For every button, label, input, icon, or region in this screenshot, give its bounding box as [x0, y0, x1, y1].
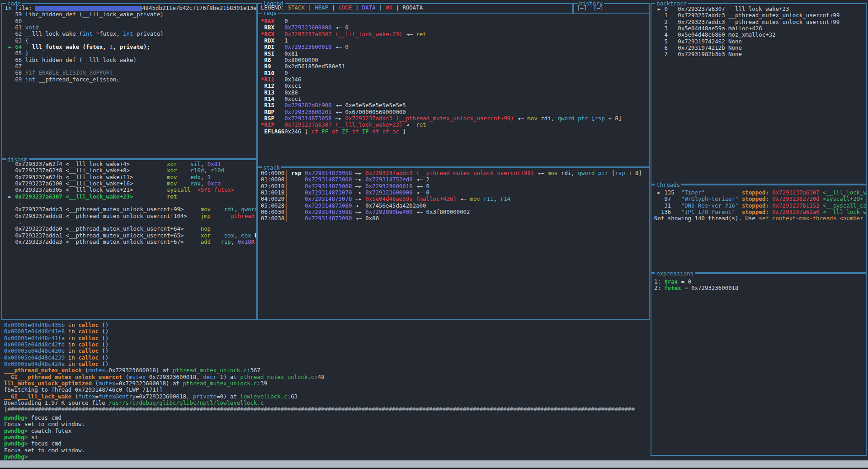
terminal-line: 62 __lll_lock_wake (int *futex, int priv… [5, 31, 256, 37]
terminal-line: pwndbg> cwatch futex [4, 428, 649, 434]
disassembly-panel: disasm 0x7293237a62f4 <__lll_lock_wake+4… [1, 159, 257, 320]
terminal-line: 136 "IPC I/O Parent" stopped: 0x7293237a… [654, 209, 866, 215]
terminal-line: ↓ [5, 219, 256, 226]
terminal-line: RDX 1 [261, 38, 649, 44]
terminal-line: 65 } [5, 50, 256, 57]
terminal-line: 63 { [5, 38, 256, 44]
backtrace-panel-body: ► 0 0x7293237a6307 __lll_lock_wake+23 1 … [651, 4, 866, 184]
history-panel: history [←][→] [573, 3, 650, 14]
terminal-line: __GI___lll_lock_wake (futex=futex@entry=… [4, 393, 649, 400]
command-prompt-area[interactable]: pwndbg> focus cmdFocus set to cmd window… [4, 415, 649, 460]
terminal-line: *RCX 0x7293237a6307 (__lll_lock_wake+23)… [261, 31, 649, 38]
terminal-line: 6 0x72931974212b None [654, 45, 866, 51]
terminal-line: __GI___pthread_mutex_unlock_usercnt (mut… [4, 374, 649, 380]
backtrace-panel: backtrace ► 0 0x7293237a6307 __lll_lock_… [651, 3, 867, 185]
terminal-line: 0x7293237a62f4 <__lll_lock_wake+4> xor s… [5, 161, 256, 167]
terminal-line: 0x7293237adda1 <__pthread_mutex_unlock_u… [5, 232, 256, 239]
terminal-line: RDI 0x729323600018 ◂— 0 [261, 44, 649, 50]
history-forward-button[interactable]: [→] [593, 5, 603, 11]
terminal-line: R9 0x2d561850ed580e51 [261, 63, 649, 70]
terminal-line: pwndbg> focus cmd [4, 415, 649, 421]
code-panel: code In file: 4845db211e7b42c7176f9be21b… [1, 3, 257, 159]
pwndbg-terminal: code In file: 4845db211e7b42c7176f9be21b… [0, 0, 868, 469]
legend-panel-body: LEGEND: STACK | HEAP | CODE | DATA | WX … [258, 4, 572, 13]
terminal-line: Focus set to cmd window. [4, 421, 649, 427]
terminal-line: 2: futex = 0x729323600018 [654, 285, 866, 291]
terminal-line: 04:0020│ 0x729314873078 —▸ 0x5e04d48ae59… [261, 196, 649, 202]
disassembly-panel-body: 0x7293237a62f4 <__lll_lock_wake+4> xor s… [2, 160, 256, 319]
terminal-line: 0x7293237a62f8 <__lll_lock_wake+8> xor r… [5, 167, 256, 174]
terminal-line: *R11 0x346 [261, 76, 649, 83]
terminal-line: 00:0000│ rsp 0x729314873058 —▸ 0x7293237… [261, 170, 649, 176]
terminal-line: R15 0x729282d8f900 ◂— 0xe5e5e5e5e5e5e5e5 [261, 102, 649, 109]
terminal-line: 0x00005e04d48c435b in calloc () [4, 322, 649, 328]
terminal-line: 0x7293237a62fb <__lll_lock_wake+11> mov … [5, 174, 256, 180]
terminal-line: *RAX 0 [261, 18, 649, 24]
terminal-line: R13 0x80 [261, 90, 649, 96]
history-back-button[interactable]: [←] [577, 5, 587, 11]
terminal-line: ► 64 lll_futex_wake (futex, 1, private); [5, 44, 256, 50]
terminal-line: RSP 0x729314873058 —▸ 0x7293237addc3 (__… [261, 115, 649, 122]
terminal-line: 60 [5, 18, 256, 24]
terminal-line: [#######################################… [4, 406, 649, 412]
terminal-line: R10 0 [261, 70, 649, 76]
terminal-line: ► 0 0x7293237a6307 __lll_lock_wake+23 [654, 6, 866, 12]
terminal-line: pwndbg> si [4, 434, 649, 441]
terminal-line: 1 0x7293237addc3 __pthread_mutex_unlock_… [654, 12, 866, 19]
terminal-line: pwndbg> focus cmd [4, 441, 649, 447]
terminal-line: 0x00005e04d48c4239 in calloc () [4, 355, 649, 361]
terminal-line: 0x00005e04d48c424a in calloc () [4, 361, 649, 367]
terminal-line: EFLAGS0x246 [ cf PF af ZF sf IF df of ac… [261, 128, 649, 135]
terminal-line: ___pthread_mutex_unlock (mutex=0x7293236… [4, 367, 649, 374]
stack-panel: stack 00:0000│ rsp 0x729314873058 —▸ 0x7… [257, 167, 650, 320]
terminal-line: RBP 0x729323600201 ◂— 0x6700000569000000 [261, 109, 649, 115]
terminal-line: 4 0x5e04d48c6860 moz_xmalloc+32 [654, 32, 866, 38]
terminal-line: Focus set to cmd window. [4, 447, 649, 454]
code-panel-body: In file: 4845db211e7b42c7176f9be21b8301e… [2, 4, 256, 158]
terminal-line: 66 libc_hidden_def (__lll_lock_wake) [5, 57, 256, 63]
terminal-line: 06:0030│ 0x729314873088 —▸ 0x7292990be40… [261, 209, 649, 215]
terminal-line: 07:0038│ 0x729314873090 ◂— 0x80 [261, 215, 649, 222]
terminal-line: lll_mutex_unlock_optimized (mutex=0x7293… [4, 380, 649, 387]
terminal-line: 0x00005e04d48c41fa in calloc () [4, 335, 649, 341]
terminal-line: 0x7293237adda0 <__pthread_mutex_unlock_u… [5, 226, 256, 232]
terminal-line: R14 0xcc1 [261, 96, 649, 102]
legend-panel: legend LEGEND: STACK | HEAP | CODE | DAT… [257, 3, 573, 14]
terminal-line: *RIP 0x7293237a6307 (__lll_lock_wake+23)… [261, 122, 649, 128]
terminal-line: R12 0xcc1 [261, 83, 649, 89]
terminal-line: 3 0x5e04d48ae59a malloc+426 [654, 25, 866, 32]
terminal-line: 68 #if ENABLE_ELISION_SUPPORT [5, 70, 256, 76]
stack-panel-body: 00:0000│ rsp 0x729314873058 —▸ 0x7293237… [258, 168, 649, 319]
terminal-line: 0x00005e04d48c420e in calloc () [4, 348, 649, 354]
terminal-line: [Switching to Thread 0x7293148746c0 (LWP… [4, 387, 649, 393]
status-bar: multi-thre Thread 0x7293148746 (cmd) In:… [0, 460, 868, 468]
terminal-line: 0x7293237a6305 <__lll_lock_wake+21> sysc… [5, 187, 256, 193]
registers-panel: regs *RAX 0 RBX 0x729323600000 ◂— 0*RCX … [257, 13, 650, 167]
terminal-line: ► 0x7293237a6307 <__lll_lock_wake+23> re… [5, 194, 256, 200]
terminal-output: 0x00005e04d48c435b in calloc ()0x00005e0… [4, 322, 649, 415]
terminal-line: 67 [5, 63, 256, 70]
terminal-line: 0x7293237adda3 <__pthread_mutex_unlock_u… [5, 239, 256, 245]
terminal-line: LEGEND: STACK | HEAP | CODE | DATA | WX … [261, 5, 572, 11]
terminal-line: 05:0028│ 0x729314873080 ◂— 0x7456e45da42… [261, 203, 649, 209]
terminal-line: Not showing 140 thread(s). Use set conte… [654, 215, 866, 222]
expressions-panel: expressions 1: $rax = 02: futex = 0x7293… [651, 273, 867, 456]
terminal-line: R8 0x80008000 [261, 57, 649, 63]
terminal-line: 0x7293237addc3 <__pthread_mutex_unlock_u… [5, 206, 256, 213]
terminal-line: 61 void [5, 24, 256, 31]
terminal-line: ► 135 "Timer" stopped: 0x7293237a6307 <_… [654, 189, 866, 196]
terminal-line: 01:0008│ 0x729314873060 —▸ 0x729314752ed… [261, 176, 649, 183]
history-panel-body: [←][→] [574, 4, 649, 13]
terminal-line: 97 "WrGlyph~terizer" stopped: 0x72932382… [654, 196, 866, 202]
terminal-line: RBX 0x729323600000 ◂— 0 [261, 24, 649, 31]
terminal-line: Downloading 1.97 K source file /usr/src/… [4, 400, 649, 406]
terminal-line: 03:0018│ 0x729314873070 —▸ 0x72932360000… [261, 189, 649, 196]
terminal-line: 7 0x72931982b3b3 None [654, 51, 866, 57]
terminal-line: 02:0010│ 0x729314873068 —▸ 0x72932360001… [261, 183, 649, 189]
terminal-line: RSI 0x81 [261, 51, 649, 57]
terminal-line: 5 0x729319742462 None [654, 38, 866, 45]
threads-panel-body: ► 135 "Timer" stopped: 0x7293237a6307 <_… [651, 185, 866, 272]
terminal-line: In file: 4845db211e7b42c7176f9be21b8301e… [5, 5, 256, 11]
terminal-line: 0x00005e04d48c41e8 in calloc () [4, 328, 649, 335]
terminal-line: 0x7293237a6300 <__lll_lock_wake+16> mov … [5, 180, 256, 187]
